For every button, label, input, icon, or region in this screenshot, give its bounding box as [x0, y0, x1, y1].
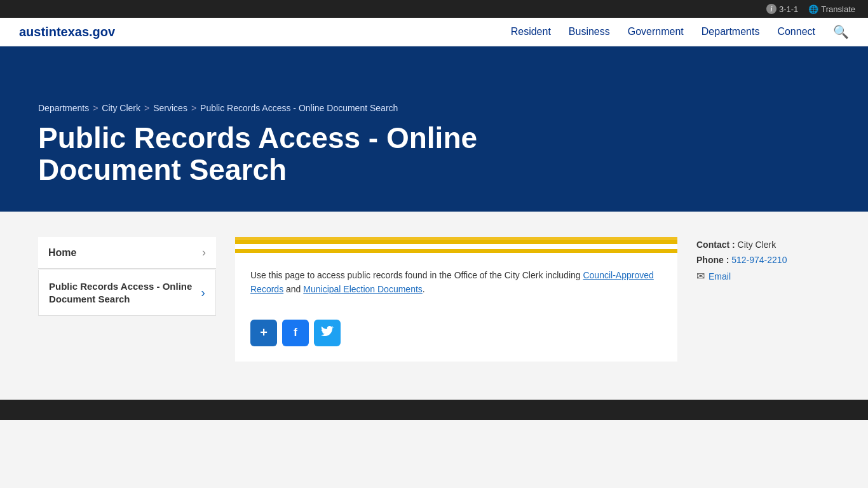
yellow-bar-top — [235, 240, 677, 244]
sidebar-home-label: Home — [48, 247, 76, 259]
email-line: ✉ Email — [696, 270, 830, 282]
phone-link[interactable]: 512-974-2210 — [731, 255, 787, 265]
main-content: Home › Public Records Access - Online Do… — [0, 212, 868, 400]
content-card: Use this page to access public records f… — [235, 237, 677, 362]
hero-banner: Departments > City Clerk > Services > Pu… — [0, 46, 868, 212]
breadcrumb-city-clerk[interactable]: City Clerk — [102, 103, 140, 113]
translate-link[interactable]: 🌐 Translate — [808, 4, 855, 14]
share-icon: + — [260, 325, 268, 340]
top-bar: i 3-1-1 🌐 Translate — [0, 0, 868, 18]
facebook-button[interactable]: f — [282, 320, 309, 346]
main-nav: Resident Business Government Departments… — [511, 24, 849, 39]
share-button[interactable]: + — [250, 320, 277, 346]
email-link[interactable]: Email — [709, 271, 731, 281]
site-header: austintexas.gov Resident Business Govern… — [0, 18, 868, 46]
search-button[interactable]: 🔍 — [833, 24, 849, 39]
311-link[interactable]: i 3-1-1 — [766, 4, 798, 14]
globe-icon: 🌐 — [808, 4, 818, 14]
card-body: Use this page to access public records f… — [235, 253, 677, 309]
contact-value: City Clerk — [738, 240, 776, 250]
breadcrumb-sep-1: > — [93, 103, 98, 113]
twitter-icon — [321, 326, 334, 339]
sidebar-active-label: Public Records Access - Online Document … — [49, 280, 194, 305]
sidebar-home-item[interactable]: Home › — [38, 237, 216, 269]
nav-connect[interactable]: Connect — [777, 26, 815, 37]
phone-line: Phone : 512-974-2210 — [696, 255, 830, 265]
election-docs-link[interactable]: Municipal Election Documents — [303, 284, 423, 294]
nav-government[interactable]: Government — [628, 26, 684, 37]
conjunction: and — [283, 284, 303, 294]
sidebar-active-arrow-icon: › — [201, 285, 205, 300]
twitter-button[interactable] — [314, 320, 341, 346]
311-label: 3-1-1 — [779, 4, 798, 14]
intro-paragraph: Use this page to access public records f… — [250, 268, 662, 297]
nav-resident[interactable]: Resident — [511, 26, 551, 37]
contact-panel: Contact : City Clerk Phone : 512-974-221… — [696, 237, 830, 374]
nav-business[interactable]: Business — [569, 26, 610, 37]
hero-content: Departments > City Clerk > Services > Pu… — [38, 103, 830, 186]
period: . — [423, 284, 425, 294]
breadcrumb-departments[interactable]: Departments — [38, 103, 89, 113]
translate-label: Translate — [821, 4, 855, 14]
nav-departments[interactable]: Departments — [702, 26, 760, 37]
intro-text: Use this page to access public records f… — [250, 270, 583, 280]
contact-line: Contact : City Clerk — [696, 240, 830, 250]
content-area: Use this page to access public records f… — [235, 237, 677, 374]
email-icon: ✉ — [696, 270, 705, 282]
page-title: Public Records Access - Online Document … — [38, 122, 610, 186]
breadcrumb: Departments > City Clerk > Services > Pu… — [38, 103, 830, 113]
breadcrumb-services[interactable]: Services — [153, 103, 187, 113]
breadcrumb-sep-3: > — [191, 103, 196, 113]
info-icon: i — [766, 4, 776, 14]
sidebar: Home › Public Records Access - Online Do… — [38, 237, 216, 374]
sidebar-active-item[interactable]: Public Records Access - Online Document … — [38, 270, 216, 316]
contact-label: Contact : — [696, 240, 735, 250]
phone-label: Phone : — [696, 255, 729, 265]
breadcrumb-current: Public Records Access - Online Document … — [200, 103, 398, 113]
sidebar-home-arrow-icon: › — [202, 246, 206, 259]
footer-bar — [0, 400, 868, 420]
site-logo[interactable]: austintexas.gov — [19, 25, 115, 39]
breadcrumb-sep-2: > — [144, 103, 149, 113]
social-buttons: + f — [235, 309, 677, 362]
facebook-icon: f — [294, 326, 297, 339]
